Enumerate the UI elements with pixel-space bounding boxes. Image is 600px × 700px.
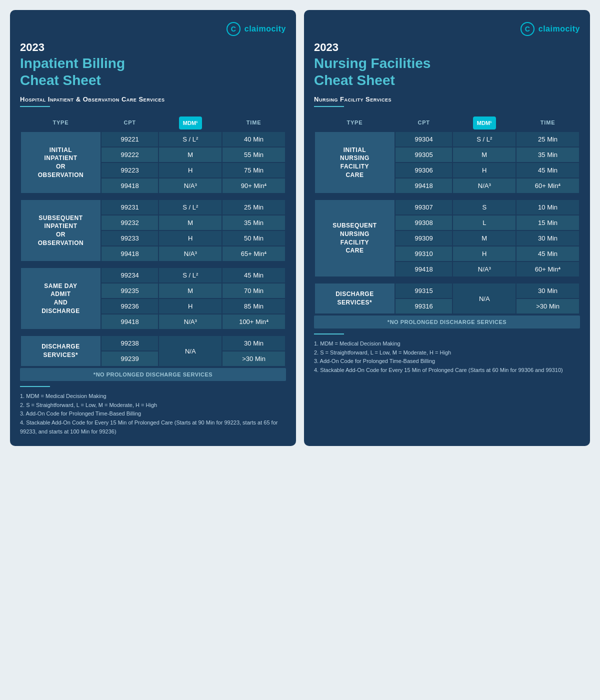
section-title: Nursing Facility Services (314, 96, 580, 103)
cpt-cell: 99233 (102, 231, 158, 246)
no-prolonged-label: *NO PROLONGED DISCHARGE SERVICES (314, 316, 580, 328)
col-header-type: TYPE (21, 115, 100, 130)
mdm-cell: N/A³ (453, 262, 516, 276)
time-cell: 65+ Min⁴ (222, 246, 285, 261)
sheet-year: 2023 (20, 41, 286, 54)
sheet-title: Nursing FacilitiesCheat Sheet (314, 55, 580, 88)
cpt-cell: 99418 (102, 314, 158, 329)
type-cell: DISCHARGESERVICES* (21, 336, 100, 366)
section-table-0: INITIALNURSINGFACILITYCARE99304S / L²25 … (314, 131, 580, 194)
footnote-1: 1. MDM = Medical Decision Making (20, 392, 286, 401)
footnotes: 1. MDM = Medical Decision Making2. S = S… (20, 386, 286, 436)
cpt-cell: 99418 (102, 178, 158, 193)
type-cell: SUBSEQUENTINPATIENTOROBSERVATION (21, 200, 100, 261)
sheet-title: Inpatient BillingCheat Sheet (20, 55, 286, 88)
footnote-2: 2. S = Straightforward, L = Low, M = Mod… (314, 348, 580, 358)
cpt-cell: 99418 (102, 246, 158, 261)
cpt-cell: 99418 (396, 178, 452, 193)
mdm-cell: N/A³ (159, 246, 222, 261)
footnotes: 1. MDM = Medical Decision Making2. S = S… (314, 334, 580, 374)
cpt-cell: 99315 (396, 284, 452, 298)
cpt-cell: 99307 (396, 200, 452, 214)
type-cell: INITIALINPATIENTOROBSERVATION (21, 132, 100, 193)
footnotes-divider (20, 386, 50, 387)
footnotes-content: 1. MDM = Medical Decision Making2. S = S… (20, 392, 286, 436)
footnotes-divider (314, 334, 344, 334)
divider (20, 106, 50, 107)
table-row: DISCHARGESERVICES*99315N/A30 Min (315, 284, 579, 298)
table-row: SAME DAYADMITANDDISCHARGE99234S / L²45 M… (21, 268, 285, 282)
mdm-cell: M (159, 216, 222, 230)
page-wrapper: C claimocity 2023 Inpatient BillingCheat… (10, 10, 590, 446)
section-table-3: DISCHARGESERVICES*99238N/A30 Min99239>30… (20, 335, 286, 367)
cpt-cell: 99223 (102, 163, 158, 178)
sheet-year: 2023 (314, 41, 580, 54)
type-cell: INITIALNURSINGFACILITYCARE (315, 132, 394, 193)
col-header-cpt: CPT (396, 115, 452, 130)
time-cell: 35 Min (222, 216, 285, 230)
footnote-4: 4. Stackable Add-On Code for Every 15 Mi… (314, 366, 580, 375)
footnote-4: 4. Stackable Add-On Code for Every 15 Mi… (20, 418, 286, 436)
cpt-cell: 99305 (396, 148, 452, 162)
time-cell: 35 Min (516, 148, 579, 162)
cpt-cell: 99231 (102, 200, 158, 214)
cpt-cell: 99316 (396, 299, 452, 314)
section-block-1: SUBSEQUENTNURSINGFACILITYCARE99307S10 Mi… (314, 199, 580, 278)
mdm-cell: M (159, 148, 222, 162)
time-cell: 25 Min (222, 200, 285, 214)
cpt-cell: 99306 (396, 163, 452, 178)
time-cell: 60+ Min⁴ (516, 178, 579, 193)
cpt-cell: 99310 (396, 246, 452, 261)
table-row: INITIALINPATIENTOROBSERVATION99221S / L²… (21, 132, 285, 146)
mdm-cell: M (159, 284, 222, 298)
logo-icon: C (226, 22, 240, 36)
time-cell: 45 Min (222, 268, 285, 282)
mdm-cell: N/A (159, 336, 222, 366)
mdm-cell: S (453, 200, 516, 214)
cpt-cell: 99304 (396, 132, 452, 146)
time-cell: 85 Min (222, 299, 285, 314)
section-block-2: SAME DAYADMITANDDISCHARGE99234S / L²45 M… (20, 267, 286, 330)
type-cell: DISCHARGESERVICES* (315, 284, 394, 314)
logo-area: C claimocity (520, 22, 580, 36)
col-header-type: TYPE (315, 115, 394, 130)
cpt-cell: 99222 (102, 148, 158, 162)
cpt-cell: 99239 (102, 352, 158, 366)
time-cell: 55 Min (222, 148, 285, 162)
time-cell: 25 Min (516, 132, 579, 146)
footnote-3: 3. Add-On Code for Prolonged Time-Based … (20, 410, 286, 418)
col-header-mdm: MDM¹ (159, 115, 222, 130)
footnote-3: 3. Add-On Code for Prolonged Time-Based … (314, 357, 580, 366)
cpt-cell: 99418 (396, 262, 452, 276)
mdm-cell: H (453, 163, 516, 178)
mdm-cell: L (453, 216, 516, 230)
mdm-cell: S / L² (159, 200, 222, 214)
table-area: TYPE CPT MDM¹ TIME INITIALINPATIENTOROBS… (20, 114, 286, 381)
col-header-cpt: CPT (102, 115, 158, 130)
cpt-cell: 99308 (396, 216, 452, 230)
mdm-cell: M (453, 148, 516, 162)
col-header-time: TIME (516, 115, 579, 130)
mdm-cell: N/A (453, 284, 516, 314)
footnotes-content: 1. MDM = Medical Decision Making2. S = S… (314, 340, 580, 374)
time-cell: 30 Min (516, 284, 579, 298)
time-cell: 70 Min (222, 284, 285, 298)
logo-text: claimocity (244, 24, 286, 34)
cpt-cell: 99234 (102, 268, 158, 282)
section-block-2: DISCHARGESERVICES*99315N/A30 Min99316>30… (314, 282, 580, 328)
mdm-cell: H (159, 299, 222, 314)
logo-text: claimocity (538, 24, 580, 34)
cpt-cell: 99221 (102, 132, 158, 146)
section-title: Hospital Inpatient & Observation Care Se… (20, 96, 286, 103)
section-block-0: INITIALINPATIENTOROBSERVATION99221S / L²… (20, 131, 286, 194)
no-prolonged-label: *NO PROLONGED DISCHARGE SERVICES (20, 368, 286, 381)
logo-icon: C (520, 22, 534, 36)
footnote-1: 1. MDM = Medical Decision Making (314, 340, 580, 348)
col-header-mdm: MDM¹ (453, 115, 516, 130)
time-cell: >30 Min (516, 299, 579, 314)
sheet-header: C claimocity (20, 22, 286, 36)
time-cell: 30 Min (222, 336, 285, 350)
section-table-2: DISCHARGESERVICES*99315N/A30 Min99316>30… (314, 282, 580, 314)
section-block-0: INITIALNURSINGFACILITYCARE99304S / L²25 … (314, 131, 580, 194)
cpt-cell: 99232 (102, 216, 158, 230)
